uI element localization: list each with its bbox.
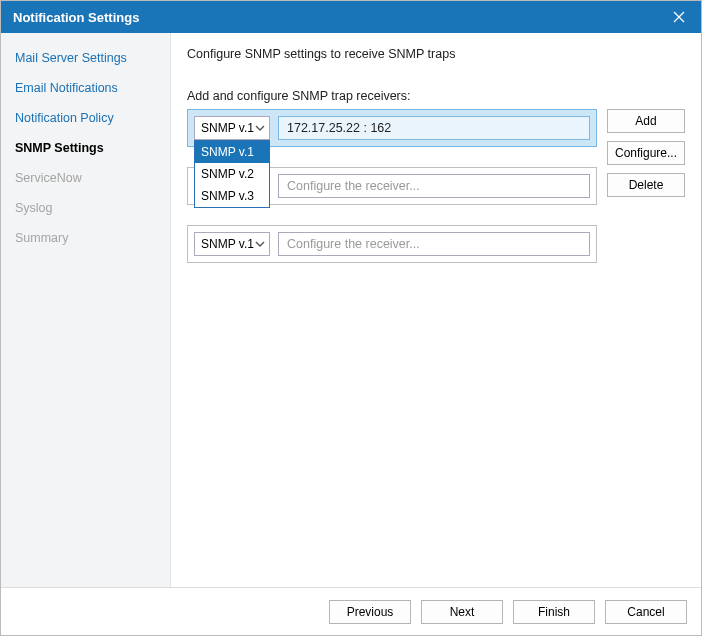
receiver-row[interactable]: SNMP v.1: [187, 225, 597, 263]
receiver-input[interactable]: [278, 116, 590, 140]
configure-button[interactable]: Configure...: [607, 141, 685, 165]
receiver-rows: SNMP v.1 SNMP v.1 SNMP v.2 SNMP v.3 SNMP: [187, 109, 597, 263]
main-panel: Configure SNMP settings to receive SNMP …: [171, 33, 701, 587]
sidebar-item-notification-policy[interactable]: Notification Policy: [1, 103, 170, 133]
section-label: Add and configure SNMP trap receivers:: [187, 89, 685, 103]
next-button[interactable]: Next: [421, 600, 503, 624]
finish-button[interactable]: Finish: [513, 600, 595, 624]
snmp-version-select[interactable]: SNMP v.1: [194, 232, 270, 256]
sidebar: Mail Server Settings Email Notifications…: [1, 33, 171, 587]
sidebar-item-summary: Summary: [1, 223, 170, 253]
footer: Previous Next Finish Cancel: [1, 587, 701, 635]
dropdown-option[interactable]: SNMP v.3: [195, 185, 269, 207]
sidebar-item-snmp-settings[interactable]: SNMP Settings: [1, 133, 170, 163]
snmp-version-value: SNMP v.1: [201, 121, 254, 135]
side-actions: Add Configure... Delete: [607, 109, 685, 263]
sidebar-item-mail-server[interactable]: Mail Server Settings: [1, 43, 170, 73]
close-icon: [673, 11, 685, 23]
receiver-row[interactable]: SNMP v.1 SNMP v.1 SNMP v.2 SNMP v.3: [187, 109, 597, 147]
receiver-input[interactable]: [278, 174, 590, 198]
dropdown-option[interactable]: SNMP v.2: [195, 163, 269, 185]
chevron-down-icon: [255, 123, 265, 133]
cancel-button[interactable]: Cancel: [605, 600, 687, 624]
close-button[interactable]: [657, 1, 701, 33]
sidebar-item-servicenow: ServiceNow: [1, 163, 170, 193]
add-button[interactable]: Add: [607, 109, 685, 133]
delete-button[interactable]: Delete: [607, 173, 685, 197]
receiver-input[interactable]: [278, 232, 590, 256]
snmp-version-select[interactable]: SNMP v.1: [194, 116, 270, 140]
receivers-area: SNMP v.1 SNMP v.1 SNMP v.2 SNMP v.3 SNMP: [187, 109, 685, 263]
previous-button[interactable]: Previous: [329, 600, 411, 624]
page-description: Configure SNMP settings to receive SNMP …: [187, 47, 685, 61]
dropdown-option[interactable]: SNMP v.1: [195, 141, 269, 163]
dialog-window: Notification Settings Mail Server Settin…: [0, 0, 702, 636]
chevron-down-icon: [255, 239, 265, 249]
sidebar-item-syslog: Syslog: [1, 193, 170, 223]
dialog-body: Mail Server Settings Email Notifications…: [1, 33, 701, 587]
dialog-title: Notification Settings: [13, 10, 139, 25]
snmp-version-value: SNMP v.1: [201, 237, 254, 251]
sidebar-item-email-notifications[interactable]: Email Notifications: [1, 73, 170, 103]
snmp-version-dropdown: SNMP v.1 SNMP v.2 SNMP v.3: [194, 140, 270, 208]
title-bar: Notification Settings: [1, 1, 701, 33]
